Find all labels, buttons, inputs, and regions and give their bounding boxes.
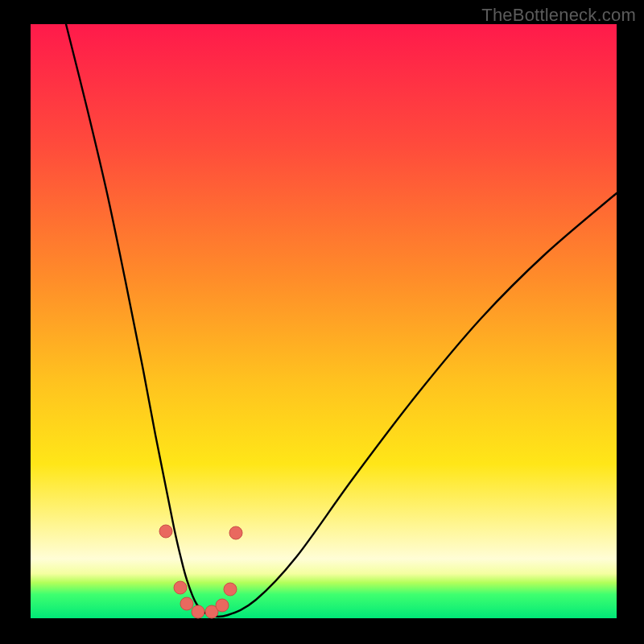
curve-markers [159, 525, 242, 618]
curve-marker [192, 605, 204, 618]
curve-marker [159, 525, 172, 538]
curve-marker [174, 581, 187, 594]
curve-marker [224, 583, 237, 596]
curve-marker [229, 526, 242, 539]
bottleneck-curve [66, 24, 617, 617]
plot-area [31, 24, 617, 618]
curve-marker [216, 599, 229, 612]
curve-marker [180, 597, 193, 610]
chart-frame: TheBottleneck.com [0, 0, 644, 644]
curve-layer [31, 24, 617, 618]
watermark-text: TheBottleneck.com [481, 5, 636, 26]
